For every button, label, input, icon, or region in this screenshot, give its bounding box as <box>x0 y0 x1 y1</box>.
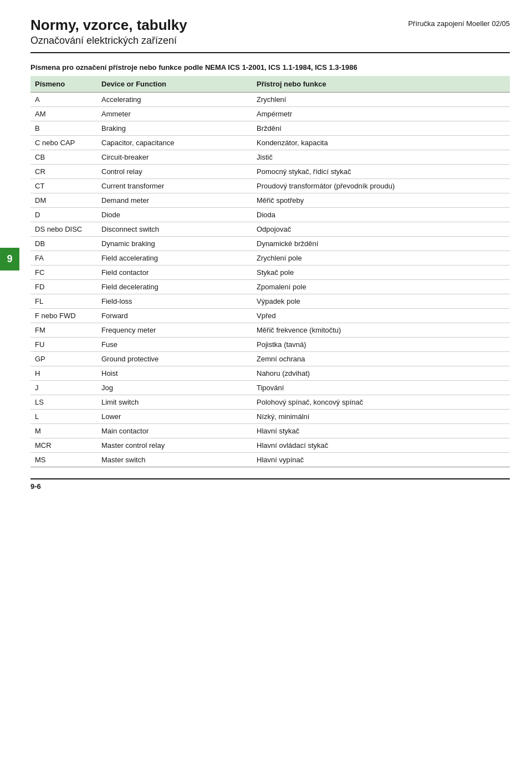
cell-letter: J <box>30 381 97 395</box>
cell-funkce: Hlavní ovládací stykač <box>252 438 510 453</box>
cell-funkce: Měřič frekvence (kmitočtu) <box>252 323 510 338</box>
cell-letter: MCR <box>30 438 97 453</box>
table-row: GPGround protectiveZemní ochrana <box>30 352 510 366</box>
cell-letter: FL <box>30 294 97 309</box>
cell-device: Braking <box>97 121 252 136</box>
cell-device: Capacitor, capacitance <box>97 136 252 150</box>
table-row: C nebo CAPCapacitor, capacitanceKondenzá… <box>30 136 510 150</box>
table-row: DS nebo DISCDisconnect switchOdpojovač <box>30 222 510 237</box>
cell-device: Main contactor <box>97 424 252 438</box>
cell-device: Hoist <box>97 366 252 381</box>
page-footer: 9-6 <box>30 478 510 491</box>
cell-device: Field-loss <box>97 294 252 309</box>
cell-funkce: Hlavní stykač <box>252 424 510 438</box>
cell-letter: FD <box>30 280 97 294</box>
cell-funkce: Kondenzátor, kapacita <box>252 136 510 150</box>
page-number: 9-6 <box>30 482 41 491</box>
cell-funkce: Jistič <box>252 150 510 165</box>
cell-device: Field accelerating <box>97 251 252 265</box>
cell-device: Circuit-breaker <box>97 150 252 165</box>
table-row: FAField acceleratingZrychlení pole <box>30 251 510 265</box>
table-row: DDiodeDioda <box>30 208 510 222</box>
cell-letter: DM <box>30 193 97 208</box>
table-row: BBrakingBrždění <box>30 121 510 136</box>
cell-letter: L <box>30 410 97 424</box>
table-row: FCField contactorStykač pole <box>30 265 510 280</box>
cell-device: Field contactor <box>97 265 252 280</box>
table-row: FLField-lossVýpadek pole <box>30 294 510 309</box>
cell-funkce: Ampérmetr <box>252 107 510 121</box>
content-with-sidebar: 9 Písmeno Device or Function Přístroj ne… <box>30 76 510 467</box>
cell-device: Jog <box>97 381 252 395</box>
cell-letter: CT <box>30 179 97 193</box>
cell-device: Ammeter <box>97 107 252 121</box>
cell-letter: F nebo FWD <box>30 309 97 323</box>
cell-letter: H <box>30 366 97 381</box>
table-row: CBCircuit-breakerJistič <box>30 150 510 165</box>
table-row: DMDemand meterMěřič spotřeby <box>30 193 510 208</box>
cell-letter: CB <box>30 150 97 165</box>
cell-device: Field decelerating <box>97 280 252 294</box>
cell-letter: FU <box>30 338 97 352</box>
cell-letter: MS <box>30 453 97 467</box>
cell-funkce: Stykač pole <box>252 265 510 280</box>
cell-device: Demand meter <box>97 193 252 208</box>
cell-device: Lower <box>97 410 252 424</box>
cell-device: Forward <box>97 309 252 323</box>
col-header-device: Device or Function <box>97 76 252 93</box>
cell-funkce: Zemní ochrana <box>252 352 510 366</box>
cell-funkce: Dynamické brždění <box>252 237 510 251</box>
cell-funkce: Proudový transformátor (převodník proudu… <box>252 179 510 193</box>
cell-device: Diode <box>97 208 252 222</box>
cell-funkce: Nízký, minimální <box>252 410 510 424</box>
cell-letter: D <box>30 208 97 222</box>
cell-funkce: Polohový spínač, koncový spínač <box>252 395 510 410</box>
cell-letter: DS nebo DISC <box>30 222 97 237</box>
main-subtitle: Označování elektrických zařízení <box>30 35 187 47</box>
cell-letter: DB <box>30 237 97 251</box>
section-intro: Písmena pro označení přístroje nebo funk… <box>30 63 510 72</box>
cell-funkce: Měřič spotřeby <box>252 193 510 208</box>
top-divider <box>30 52 510 53</box>
cell-letter: A <box>30 93 97 107</box>
cell-funkce: Hlavní vypínač <box>252 453 510 467</box>
table-row: MMain contactorHlavní stykač <box>30 424 510 438</box>
cell-funkce: Pomocný stykač, řídicí stykač <box>252 165 510 179</box>
table-header: Písmeno Device or Function Přístroj nebo… <box>30 76 510 93</box>
page-header: Normy, vzorce, tabulky Označování elektr… <box>30 17 510 47</box>
cell-funkce: Tipování <box>252 381 510 395</box>
cell-letter: FC <box>30 265 97 280</box>
col-header-letter: Písmeno <box>30 76 97 93</box>
table-row: JJogTipování <box>30 381 510 395</box>
table-row: MSMaster switchHlavní vypínač <box>30 453 510 467</box>
cell-letter: GP <box>30 352 97 366</box>
main-table-container: Písmeno Device or Function Přístroj nebo… <box>30 76 510 467</box>
cell-device: Dynamic braking <box>97 237 252 251</box>
cell-funkce: Nahoru (zdvihat) <box>252 366 510 381</box>
title-block: Normy, vzorce, tabulky Označování elektr… <box>30 17 187 47</box>
cell-device: Limit switch <box>97 395 252 410</box>
table-row: LSLimit switchPolohový spínač, koncový s… <box>30 395 510 410</box>
cell-device: Master switch <box>97 453 252 467</box>
table-row: FMFrequency meterMěřič frekvence (kmitoč… <box>30 323 510 338</box>
cell-funkce: Pojistka (tavná) <box>252 338 510 352</box>
cell-device: Ground protective <box>97 352 252 366</box>
cell-device: Disconnect switch <box>97 222 252 237</box>
cell-device: Frequency meter <box>97 323 252 338</box>
table-row: FUFusePojistka (tavná) <box>30 338 510 352</box>
table-row: AAcceleratingZrychlení <box>30 93 510 107</box>
cell-letter: CR <box>30 165 97 179</box>
table-row: FDField deceleratingZpomalení pole <box>30 280 510 294</box>
cell-funkce: Zrychlení pole <box>252 251 510 265</box>
table-row: AMAmmeterAmpérmetr <box>30 107 510 121</box>
cell-funkce: Odpojovač <box>252 222 510 237</box>
table-row: HHoistNahoru (zdvihat) <box>30 366 510 381</box>
cell-letter: FM <box>30 323 97 338</box>
cell-device: Accelerating <box>97 93 252 107</box>
table-row: CRControl relayPomocný stykač, řídicí st… <box>30 165 510 179</box>
cell-device: Fuse <box>97 338 252 352</box>
table-row: DBDynamic brakingDynamické brždění <box>30 237 510 251</box>
cell-funkce: Brždění <box>252 121 510 136</box>
cell-funkce: Zpomalení pole <box>252 280 510 294</box>
cell-letter: B <box>30 121 97 136</box>
